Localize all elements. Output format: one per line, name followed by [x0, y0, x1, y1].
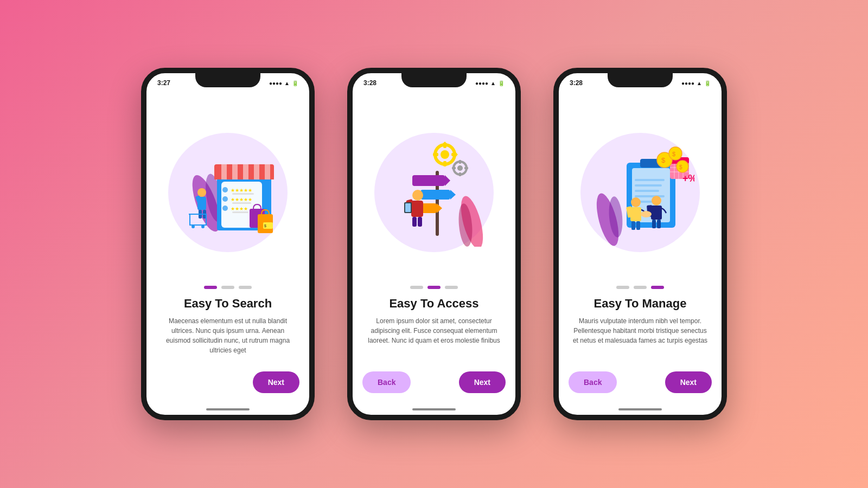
dot-2-2: [427, 286, 441, 289]
svg-rect-17: [232, 193, 254, 195]
svg-rect-9: [265, 164, 270, 179]
dots-2: [410, 286, 458, 289]
svg-point-55: [412, 190, 423, 201]
svg-rect-37: [443, 161, 446, 166]
svg-point-89: [631, 197, 641, 207]
svg-rect-73: [635, 195, 665, 197]
svg-marker-52: [450, 190, 456, 200]
svg-rect-19: [232, 211, 248, 213]
body-3: Mauris vulputate interdum nibh vel tempo…: [559, 316, 722, 371]
back-button-2[interactable]: Back: [362, 371, 411, 393]
svg-point-43: [457, 165, 463, 171]
dot-3-3: [651, 286, 664, 289]
svg-rect-59: [412, 217, 417, 227]
dots-1: [204, 286, 252, 289]
back-button-3[interactable]: Back: [569, 371, 617, 393]
illustration-area-3: $ $ $ +%: [559, 106, 722, 279]
svg-text:$: $: [679, 164, 682, 170]
svg-text:★★★★★: ★★★★★: [231, 188, 252, 193]
title-2: Easy To Access: [389, 297, 478, 311]
title-1: Easy To Search: [184, 297, 272, 311]
signal-icon-2: ●●●●: [475, 80, 488, 86]
status-bar-1: 3:27 ●●●● ▲ 🔋: [146, 76, 309, 89]
buttons-1: Next: [146, 371, 309, 415]
svg-point-95: [652, 196, 661, 206]
svg-rect-92: [635, 207, 641, 219]
svg-rect-6: [232, 164, 238, 179]
phone-3: 3:28 ●●●● ▲ 🔋: [553, 68, 727, 420]
status-icons-2: ●●●● ▲ 🔋: [475, 80, 505, 86]
svg-text:+%: +%: [682, 173, 694, 184]
wifi-icon-3: ▲: [697, 80, 702, 86]
time-1: 3:27: [157, 79, 170, 87]
svg-rect-49: [412, 175, 445, 186]
svg-point-28: [192, 225, 195, 228]
dot-3-1: [616, 286, 629, 289]
signal-icon: ●●●●: [269, 80, 282, 86]
next-button-1[interactable]: Next: [253, 371, 299, 393]
wifi-icon-2: ▲: [490, 80, 496, 86]
svg-rect-51: [420, 190, 450, 200]
dot-2-1: [410, 286, 423, 289]
svg-rect-60: [418, 217, 422, 227]
phone-2: 3:28 ●●●● ▲ 🔋: [347, 68, 521, 420]
next-button-2[interactable]: Next: [459, 371, 506, 393]
buttons-3: Back Next: [559, 371, 722, 415]
access-illustration: [380, 138, 488, 247]
svg-text:★★★★★: ★★★★★: [231, 197, 252, 202]
svg-rect-94: [636, 221, 640, 230]
svg-point-86: [676, 160, 688, 172]
time-3: 3:28: [570, 79, 583, 87]
wifi-icon: ▲: [284, 80, 290, 86]
battery-icon: 🔋: [292, 80, 298, 86]
buttons-2: Back Next: [353, 371, 515, 415]
phone-2-wrapper: 3:28 ●●●● ▲ 🔋: [347, 68, 521, 420]
svg-rect-5: [221, 164, 227, 179]
svg-marker-50: [445, 175, 450, 186]
time-2: 3:28: [363, 79, 376, 87]
svg-rect-70: [635, 179, 665, 181]
svg-rect-100: [657, 220, 661, 228]
next-button-3[interactable]: Next: [665, 371, 712, 393]
svg-rect-71: [635, 184, 662, 187]
screen-1: ★★★★★ ★★★★★ ★★★★: [146, 73, 309, 415]
status-bar-3: 3:28 ●●●● ▲ 🔋: [559, 76, 722, 89]
screen-3: $ $ $ +%: [559, 73, 722, 415]
svg-rect-72: [635, 190, 659, 192]
screen-2: Easy To Access Lorem ipsum dolor sit ame…: [353, 73, 515, 415]
status-bar-2: 3:28 ●●●● ▲ 🔋: [353, 76, 515, 89]
svg-point-15: [222, 206, 228, 211]
svg-rect-47: [464, 167, 468, 169]
svg-rect-38: [433, 153, 438, 156]
status-icons-1: ●●●● ▲ 🔋: [269, 80, 298, 86]
svg-rect-18: [232, 202, 251, 204]
dot-1-2: [221, 286, 234, 289]
svg-point-11: [222, 187, 228, 192]
title-3: Easy To Manage: [594, 297, 687, 311]
illustration-area-2: [353, 106, 515, 279]
phone-1: 3:27 ●●●● ▲ 🔋: [141, 68, 315, 420]
svg-rect-62: [405, 203, 411, 212]
svg-point-101: [641, 211, 652, 217]
illustration-area-1: ★★★★★ ★★★★★ ★★★★: [146, 106, 309, 279]
svg-marker-54: [437, 203, 442, 213]
body-1: Maecenas elementum est ut nulla blandit …: [146, 316, 309, 371]
svg-rect-58: [412, 201, 420, 213]
svg-rect-99: [652, 220, 656, 228]
phone-3-wrapper: 3:28 ●●●● ▲ 🔋: [553, 68, 727, 420]
svg-text:★★★★: ★★★★: [231, 206, 248, 211]
signal-icon-3: ●●●●: [681, 80, 694, 86]
manage-illustration: $ $ $ +%: [586, 138, 694, 247]
svg-text:$: $: [672, 151, 675, 157]
phone-1-wrapper: 3:27 ●●●● ▲ 🔋: [141, 68, 315, 420]
dot-1-3: [239, 286, 252, 289]
dots-3: [616, 286, 664, 289]
svg-point-29: [201, 225, 205, 228]
svg-rect-93: [631, 221, 635, 230]
svg-point-13: [222, 196, 228, 202]
svg-text:$: $: [264, 224, 266, 228]
dot-2-3: [445, 286, 458, 289]
battery-icon-3: 🔋: [704, 80, 711, 86]
shopping-illustration: ★★★★★ ★★★★★ ★★★★: [174, 138, 282, 247]
svg-point-20: [197, 188, 206, 197]
